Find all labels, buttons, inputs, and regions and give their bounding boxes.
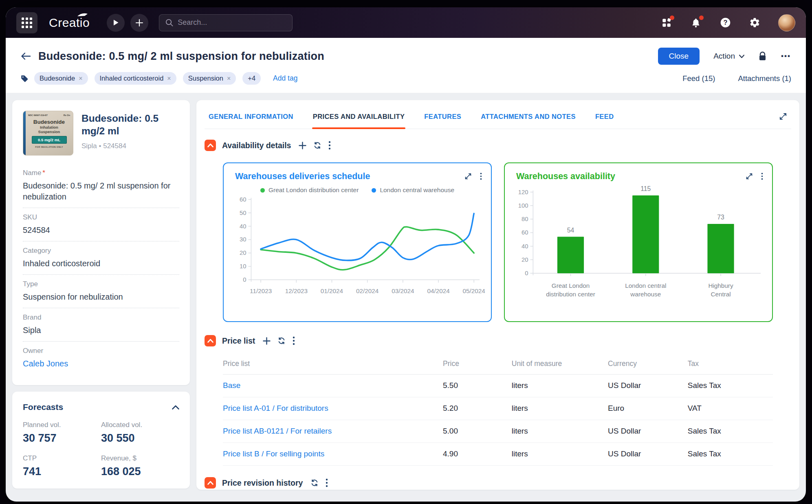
lock-button[interactable] (758, 51, 767, 61)
metric-allocated-vol: Allocated vol.30 550 (101, 421, 179, 445)
legend-dot (372, 188, 376, 193)
notifications-button[interactable] (690, 17, 702, 28)
availability-chart-menu-button[interactable] (761, 172, 763, 180)
refresh-icon (310, 479, 319, 487)
global-search[interactable] (159, 14, 293, 31)
product-fields: Name*Budesonide: 0.5 mg/ 2 ml suspension… (23, 164, 179, 375)
field-category: CategoryInhaled corticosteroid (23, 241, 179, 275)
legend-item-london-central-warehouse[interactable]: London central warehouse (372, 186, 454, 194)
svg-text:54: 54 (567, 227, 574, 234)
price-list-menu-button[interactable] (293, 336, 295, 345)
settings-button[interactable] (749, 17, 760, 28)
price-list-link[interactable]: Price list AB-0121 / For retailers (223, 420, 443, 443)
price-list-section-header: Price list (205, 335, 791, 346)
deliveries-chart-menu-button[interactable] (480, 172, 482, 180)
remove-tag-icon[interactable]: × (79, 75, 82, 82)
tag-icon (20, 75, 29, 83)
cell-unit: liters (512, 443, 608, 466)
column-header-tax[interactable]: Tax (688, 355, 773, 375)
close-button[interactable]: Close (658, 48, 700, 65)
widgets-button[interactable] (661, 17, 672, 28)
availability-menu-button[interactable] (328, 141, 331, 150)
table-row: Price list B / For selling points4.90lit… (223, 443, 773, 466)
expand-deliveries-chart-button[interactable] (464, 173, 472, 180)
price-list-link[interactable]: Price list B / For selling points (223, 443, 443, 466)
tag-pill-suspension[interactable]: Suspension× (183, 72, 236, 85)
grid-menu-icon (22, 18, 32, 28)
user-avatar[interactable] (778, 14, 795, 31)
creatio-logo: Creatio (49, 16, 90, 30)
availability-chart-title: Warehouses availability (516, 171, 615, 182)
back-button[interactable] (20, 51, 31, 61)
collapse-price-list-button[interactable] (205, 335, 216, 346)
refresh-price-revision-button[interactable] (310, 479, 319, 487)
play-icon (113, 19, 119, 26)
refresh-price-list-button[interactable] (277, 337, 286, 345)
search-input[interactable] (178, 18, 286, 27)
cell-currency: US Dollar (608, 443, 688, 466)
price-list-link[interactable]: Base (223, 375, 443, 397)
expand-availability-chart-button[interactable] (746, 173, 753, 180)
add-tag-button[interactable]: Add tag (273, 74, 297, 83)
expand-card-button[interactable] (779, 112, 787, 121)
collapse-forecasts-button[interactable] (172, 405, 179, 410)
availability-bar-chart: 02040608010012054Great Londondistributio… (514, 186, 763, 309)
price-revision-menu-button[interactable] (326, 478, 328, 487)
page-header: Budesonide: 0.5 mg/ 2 ml suspension for … (6, 38, 806, 93)
cell-tax: Sales Tax (688, 375, 773, 397)
action-dropdown[interactable]: Action (713, 52, 744, 61)
forecasts-title: Forecasts (23, 402, 63, 412)
feed-link[interactable]: Feed (15) (682, 74, 715, 83)
plus-icon (135, 19, 143, 27)
svg-text:115: 115 (640, 185, 651, 192)
svg-text:60: 60 (240, 196, 246, 203)
svg-text:50: 50 (240, 210, 246, 216)
svg-text:120: 120 (518, 189, 528, 195)
column-header-unit-of-measure[interactable]: Unit of measure (512, 355, 608, 375)
field-sku: SKU524584 (23, 208, 179, 241)
run-process-button[interactable] (107, 14, 125, 32)
collapse-price-revision-button[interactable] (205, 477, 216, 489)
tag-label: Suspension (188, 75, 223, 82)
expand-icon (464, 173, 472, 180)
svg-text:Central: Central (711, 291, 731, 298)
svg-text:0: 0 (243, 276, 246, 283)
add-availability-button[interactable] (299, 142, 306, 149)
more-options-button[interactable]: ⋯ (781, 50, 791, 62)
tab-general-information[interactable]: GENERAL INFORMATION (209, 113, 293, 121)
chevron-up-icon (207, 339, 213, 343)
tab-feed[interactable]: FEED (595, 113, 614, 121)
tag-pill-budesonide[interactable]: Budesonide× (34, 72, 88, 85)
refresh-availability-button[interactable] (313, 141, 321, 149)
chevron-up-icon (207, 143, 213, 147)
tag-overflow-pill[interactable]: +4 (242, 72, 261, 85)
forecasts-card: Forecasts Planned vol.30 757Allocated vo… (12, 392, 190, 489)
price-list-link[interactable]: Price list A-01 / For distributors (223, 397, 443, 420)
deliveries-chart-legend: Great London distribution centerLondon c… (233, 186, 482, 194)
tab-features[interactable]: FEATURES (424, 113, 461, 121)
help-button[interactable]: ? (720, 17, 731, 28)
svg-text:03/2024: 03/2024 (392, 287, 414, 294)
collapse-availability-button[interactable] (205, 140, 216, 151)
svg-text:40: 40 (240, 223, 246, 230)
column-header-currency[interactable]: Currency (608, 355, 688, 375)
app-menu-button[interactable] (16, 12, 37, 33)
refresh-icon (277, 337, 286, 345)
notification-dot (699, 15, 704, 20)
cell-unit: liters (512, 375, 608, 397)
legend-item-great-london-distribution-center[interactable]: Great London distribution center (260, 186, 359, 194)
tab-prices-and-availability[interactable]: PRICES AND AVAILABILITY (313, 113, 405, 121)
add-new-button[interactable] (130, 14, 148, 32)
tag-pill-inhaled-corticosteroid[interactable]: Inhaled corticosteroid× (95, 72, 176, 85)
field-value: Inhaled corticosteroid (23, 258, 179, 269)
field-value[interactable]: Caleb Jones (23, 358, 179, 369)
add-price-button[interactable] (263, 337, 271, 345)
svg-text:10: 10 (240, 263, 246, 270)
column-header-price[interactable]: Price (443, 355, 512, 375)
tab-attachments-and-notes[interactable]: ATTACHMENTS AND NOTES (481, 113, 576, 121)
expand-icon (746, 173, 753, 180)
attachments-link[interactable]: Attachments (1) (738, 74, 791, 83)
column-header-price-list[interactable]: Price list (223, 355, 443, 375)
remove-tag-icon[interactable]: × (227, 75, 231, 82)
remove-tag-icon[interactable]: × (167, 75, 171, 82)
